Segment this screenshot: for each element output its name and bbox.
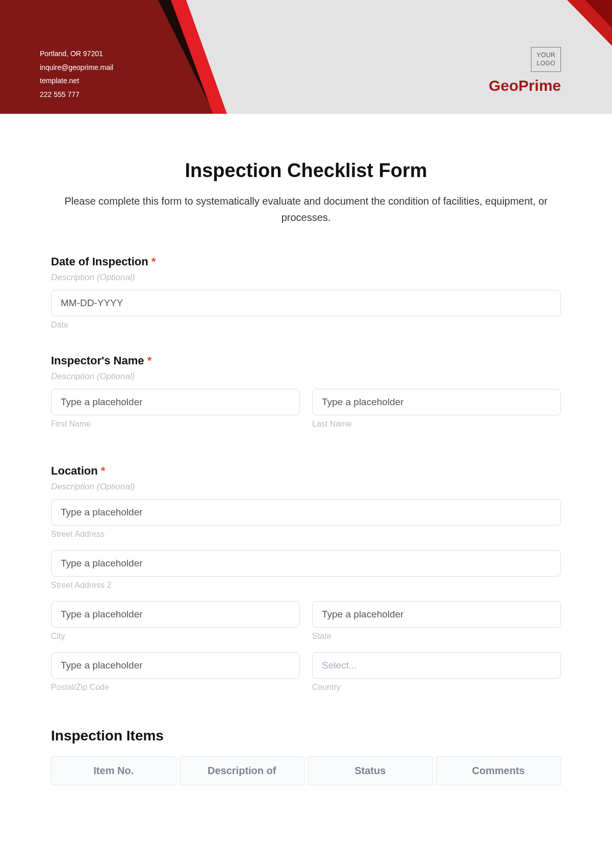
form-title: Inspection Checklist Form	[51, 160, 561, 182]
field-description: Description (Optional)	[51, 272, 561, 283]
table-header-comments: Comments	[436, 756, 562, 785]
field-sublabel: Street Address 2	[51, 581, 561, 590]
company-name: GeoPrime	[489, 77, 561, 94]
postal-code-input[interactable]	[51, 652, 300, 679]
required-asterisk: *	[151, 255, 156, 268]
last-name-input[interactable]	[312, 389, 561, 415]
document-header: Portland, OR 97201 inquire@geoprime.mail…	[0, 0, 612, 114]
first-name-input[interactable]	[51, 389, 300, 415]
street-address-2-input[interactable]	[51, 550, 561, 577]
state-input[interactable]	[312, 601, 561, 628]
section-inspection-items: Inspection Items	[51, 728, 561, 744]
country-select[interactable]: Select...	[312, 652, 561, 679]
company-email: inquire@geoprime.mail	[40, 61, 113, 75]
field-sublabel: City	[51, 632, 300, 641]
field-sublabel: Postal/Zip Code	[51, 683, 300, 692]
header-branding: YOURLOGO GeoPrime	[489, 47, 561, 94]
field-date-of-inspection: Date of Inspection * Description (Option…	[51, 255, 561, 330]
form-content: Inspection Checklist Form Please complet…	[0, 114, 612, 796]
street-address-input[interactable]	[51, 499, 561, 526]
form-subtitle: Please complete this form to systematica…	[51, 193, 561, 226]
field-inspector-name: Inspector's Name * Description (Optional…	[51, 354, 561, 440]
logo-placeholder: YOURLOGO	[531, 47, 561, 72]
field-label: Location *	[51, 464, 561, 478]
company-contact-info: Portland, OR 97201 inquire@geoprime.mail…	[40, 47, 113, 101]
date-input[interactable]	[51, 290, 561, 316]
company-website: template.net	[40, 74, 113, 88]
table-header-status: Status	[308, 756, 433, 785]
table-header-item-no: Item No.	[51, 756, 176, 785]
field-sublabel: Street Address	[51, 530, 561, 539]
field-sublabel: State	[312, 632, 561, 641]
field-label: Inspector's Name *	[51, 354, 561, 367]
field-description: Description (Optional)	[51, 482, 561, 492]
company-address: Portland, OR 97201	[40, 47, 113, 61]
field-sublabel: Country	[312, 683, 561, 692]
field-sublabel: First Name	[51, 419, 300, 429]
field-sublabel: Last Name	[312, 419, 561, 429]
required-asterisk: *	[101, 464, 106, 477]
inspection-items-table-header: Item No. Description of Status Comments	[51, 756, 561, 785]
field-label: Date of Inspection *	[51, 255, 561, 268]
field-description: Description (Optional)	[51, 371, 561, 382]
company-phone: 222 555 777	[40, 88, 113, 102]
field-location: Location * Description (Optional) Street…	[51, 464, 561, 703]
city-input[interactable]	[51, 601, 300, 628]
field-sublabel: Date	[51, 320, 561, 330]
table-header-description: Description of	[180, 756, 305, 785]
required-asterisk: *	[147, 354, 152, 367]
